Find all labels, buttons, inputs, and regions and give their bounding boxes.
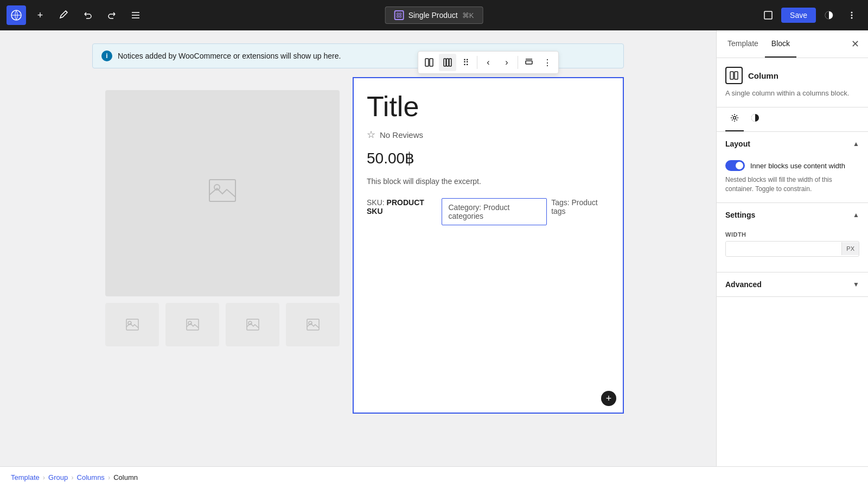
layout-section: Layout ▲ Inner blocks use content width … [717, 132, 868, 203]
product-price: 50.00฿ [367, 149, 610, 167]
breadcrumb-current: Column [113, 473, 138, 481]
tab-template[interactable]: Template [721, 30, 765, 58]
settings-section-header[interactable]: Settings ▲ [717, 203, 868, 227]
layout-chevron-icon: ▲ [853, 140, 859, 148]
edit-mode-button[interactable] [54, 5, 74, 25]
toolbar-align-btn[interactable] [520, 54, 538, 71]
svg-rect-30 [730, 72, 733, 79]
toggle-label: Inner blocks use content width [750, 162, 845, 170]
panel-settings-tabs [717, 107, 868, 132]
svg-point-10 [851, 12, 853, 14]
svg-rect-13 [209, 180, 235, 201]
product-tags: Tags: Product tags [551, 198, 610, 225]
svg-point-32 [733, 117, 736, 119]
product-category: Category: Product categories [442, 198, 547, 225]
svg-rect-21 [307, 319, 319, 330]
toolbar-divider-2 [518, 56, 518, 69]
svg-rect-4 [397, 13, 399, 15]
svg-rect-7 [400, 16, 401, 17]
block-description: A single column within a columns block. [725, 88, 859, 98]
toggle-description: Nested blocks will fill the width of thi… [725, 175, 859, 194]
product-image-column [92, 77, 353, 414]
settings-tab-styles[interactable] [746, 107, 764, 131]
block-toolbar: ⠿ ‹ › ⋮ [418, 51, 559, 74]
view-button[interactable] [758, 5, 778, 25]
redo-button[interactable] [102, 5, 122, 25]
panel-content: Layout ▲ Inner blocks use content width … [717, 132, 868, 466]
thumbnail-3 [226, 303, 279, 346]
rating-text: No Reviews [380, 130, 423, 140]
product-sku: SKU: PRODUCT SKU [367, 198, 437, 225]
svg-rect-31 [735, 72, 738, 79]
main-area: i Notices added by WooCommerce or extens… [0, 30, 868, 466]
svg-rect-25 [444, 59, 446, 66]
top-toolbar: + Single Product ⌘K Save [0, 0, 868, 30]
width-input[interactable] [726, 242, 841, 256]
image-placeholder-icon [205, 173, 240, 214]
product-rating: ☆ No Reviews [367, 129, 610, 141]
layout-section-header[interactable]: Layout ▲ [717, 132, 868, 156]
block-name-label: Column [748, 71, 778, 80]
editor-area: i Notices added by WooCommerce or extens… [0, 30, 716, 466]
width-input-group: PX [725, 241, 859, 257]
block-type-icon [725, 67, 743, 84]
width-setting-row: WIDTH PX [725, 231, 859, 257]
toggle-knob [736, 162, 743, 169]
right-toolbar: Save [758, 5, 861, 25]
toolbar-divider-1 [477, 56, 477, 69]
save-button[interactable]: Save [781, 8, 816, 23]
block-name-row: Column [725, 67, 859, 84]
breadcrumb-group[interactable]: Group [48, 473, 68, 481]
tab-block[interactable]: Block [765, 30, 796, 58]
svg-point-11 [851, 15, 853, 16]
toolbar-more-btn[interactable]: ⋮ [539, 54, 556, 71]
svg-rect-6 [397, 16, 399, 17]
settings-tab-gear[interactable] [725, 107, 744, 131]
wp-logo-icon[interactable] [7, 5, 26, 25]
thumbnail-1 [105, 303, 159, 346]
unit-label: PX [841, 242, 859, 255]
document-title-area: Single Product ⌘K [385, 7, 483, 24]
undo-button[interactable] [78, 5, 98, 25]
toolbar-columns-btn[interactable] [439, 54, 456, 71]
keyboard-shortcut: ⌘K [462, 11, 474, 20]
settings-section: Settings ▲ WIDTH PX [717, 203, 868, 272]
toolbar-drag-btn[interactable]: ⠿ [457, 54, 475, 71]
breadcrumb-sep-2: › [71, 473, 73, 481]
panel-close-button[interactable]: ✕ [846, 35, 864, 53]
document-overview-button[interactable] [126, 5, 145, 25]
settings-section-title: Settings [725, 211, 755, 219]
styles-button[interactable] [819, 5, 839, 25]
advanced-section-title: Advanced [725, 280, 762, 289]
breadcrumb-bar: Template › Group › Columns › Column [0, 466, 868, 488]
add-block-button-inline[interactable]: + [601, 391, 616, 406]
breadcrumb-template[interactable]: Template [11, 473, 40, 481]
product-excerpt: This block will display the excerpt. [367, 176, 610, 187]
advanced-section-header[interactable]: Advanced ▼ [717, 272, 868, 296]
block-info: Column A single column within a columns … [717, 58, 868, 107]
settings-chevron-icon: ▲ [853, 211, 859, 219]
svg-rect-5 [400, 13, 401, 15]
svg-rect-27 [449, 59, 451, 66]
product-meta: SKU: PRODUCT SKU Category: Product categ… [367, 198, 610, 225]
toolbar-next-btn[interactable]: › [498, 54, 515, 71]
toolbar-prev-btn[interactable]: ‹ [480, 54, 497, 71]
breadcrumb-columns[interactable]: Columns [77, 473, 105, 481]
more-options-button[interactable] [842, 5, 861, 25]
svg-rect-24 [430, 59, 433, 66]
single-product-button[interactable]: Single Product ⌘K [385, 7, 483, 24]
toolbar-layout-btn[interactable] [420, 54, 438, 71]
right-panel: Template Block ✕ Column A single column … [716, 30, 868, 466]
breadcrumb-sep-1: › [43, 473, 45, 481]
advanced-section: Advanced ▼ [717, 272, 868, 297]
svg-rect-17 [187, 319, 199, 330]
svg-rect-15 [126, 319, 138, 330]
notice-text: Notices added by WooCommerce or extensio… [118, 52, 341, 60]
product-title: Title [367, 91, 610, 122]
product-template-icon [394, 10, 404, 20]
inner-blocks-toggle[interactable] [725, 160, 745, 171]
product-content-column[interactable]: Title ☆ No Reviews 50.00฿ This block wil… [353, 77, 624, 414]
add-block-button[interactable]: + [30, 5, 50, 25]
star-icon: ☆ [367, 129, 375, 141]
svg-point-12 [851, 17, 853, 19]
